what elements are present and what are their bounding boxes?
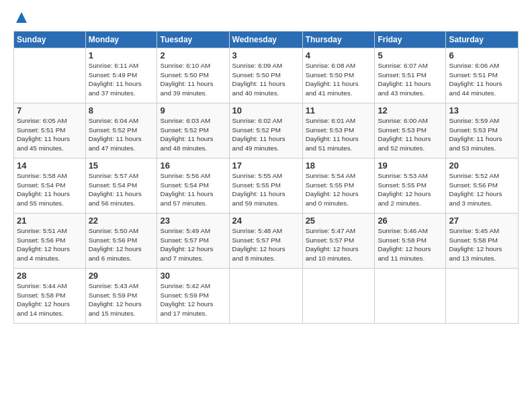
day-number: 30 [160, 271, 226, 281]
calendar-cell: 14Sunrise: 5:58 AM Sunset: 5:54 PM Dayli… [14, 158, 86, 214]
header [13, 11, 519, 24]
day-info: Sunrise: 6:01 AM Sunset: 5:53 PM Dayligh… [306, 116, 372, 153]
day-number: 22 [89, 216, 154, 226]
day-number: 14 [17, 161, 83, 171]
day-info: Sunrise: 5:58 AM Sunset: 5:54 PM Dayligh… [17, 171, 83, 208]
day-number: 20 [449, 161, 515, 171]
day-info: Sunrise: 6:00 AM Sunset: 5:53 PM Dayligh… [378, 116, 443, 153]
day-number: 7 [17, 105, 83, 116]
day-info: Sunrise: 6:04 AM Sunset: 5:52 PM Dayligh… [89, 116, 154, 153]
svg-marker-0 [16, 12, 27, 23]
day-number: 16 [160, 161, 226, 171]
day-number: 21 [17, 216, 83, 226]
week-row-2: 7Sunrise: 6:05 AM Sunset: 5:51 PM Daylig… [14, 103, 519, 158]
calendar-cell: 2Sunrise: 6:10 AM Sunset: 5:50 PM Daylig… [157, 48, 229, 103]
day-info: Sunrise: 5:56 AM Sunset: 5:54 PM Dayligh… [160, 171, 226, 208]
calendar-cell: 9Sunrise: 6:03 AM Sunset: 5:52 PM Daylig… [157, 103, 229, 158]
calendar-cell: 22Sunrise: 5:50 AM Sunset: 5:56 PM Dayli… [85, 214, 157, 269]
day-header-wednesday: Wednesday [229, 32, 302, 48]
calendar-cell: 15Sunrise: 5:57 AM Sunset: 5:54 PM Dayli… [85, 158, 157, 214]
day-number: 17 [232, 161, 300, 171]
week-row-3: 14Sunrise: 5:58 AM Sunset: 5:54 PM Dayli… [14, 158, 519, 214]
calendar-cell: 21Sunrise: 5:51 AM Sunset: 5:56 PM Dayli… [14, 214, 86, 269]
calendar-cell [14, 48, 86, 103]
day-header-saturday: Saturday [446, 32, 519, 48]
day-info: Sunrise: 5:59 AM Sunset: 5:53 PM Dayligh… [449, 116, 515, 153]
day-number: 2 [160, 50, 226, 60]
calendar-cell: 26Sunrise: 5:46 AM Sunset: 5:58 PM Dayli… [375, 214, 446, 269]
day-header-friday: Friday [375, 32, 446, 48]
day-info: Sunrise: 6:06 AM Sunset: 5:51 PM Dayligh… [449, 61, 515, 98]
day-info: Sunrise: 6:08 AM Sunset: 5:50 PM Dayligh… [306, 61, 372, 98]
day-header-tuesday: Tuesday [157, 32, 229, 48]
day-info: Sunrise: 6:10 AM Sunset: 5:50 PM Dayligh… [160, 61, 226, 98]
day-header-thursday: Thursday [302, 32, 375, 48]
calendar-cell: 5Sunrise: 6:07 AM Sunset: 5:51 PM Daylig… [375, 48, 446, 103]
day-number: 6 [449, 50, 515, 60]
day-number: 4 [306, 50, 372, 60]
day-number: 24 [232, 216, 300, 226]
day-number: 15 [89, 161, 154, 171]
calendar-cell: 13Sunrise: 5:59 AM Sunset: 5:53 PM Dayli… [446, 103, 519, 158]
day-header-monday: Monday [85, 32, 157, 48]
calendar-header-row: SundayMondayTuesdayWednesdayThursdayFrid… [14, 32, 519, 48]
day-number: 25 [306, 216, 372, 226]
calendar-cell: 17Sunrise: 5:55 AM Sunset: 5:55 PM Dayli… [229, 158, 302, 214]
calendar-cell [229, 269, 302, 324]
calendar-cell: 18Sunrise: 5:54 AM Sunset: 5:55 PM Dayli… [302, 158, 375, 214]
day-info: Sunrise: 5:42 AM Sunset: 5:59 PM Dayligh… [160, 281, 226, 318]
calendar-cell: 7Sunrise: 6:05 AM Sunset: 5:51 PM Daylig… [14, 103, 86, 158]
day-info: Sunrise: 5:57 AM Sunset: 5:54 PM Dayligh… [89, 171, 154, 208]
calendar-cell: 10Sunrise: 6:02 AM Sunset: 5:52 PM Dayli… [229, 103, 302, 158]
day-number: 26 [378, 216, 443, 226]
calendar-cell [446, 269, 519, 324]
calendar-cell [375, 269, 446, 324]
day-header-sunday: Sunday [14, 32, 86, 48]
day-info: Sunrise: 6:11 AM Sunset: 5:49 PM Dayligh… [89, 61, 154, 98]
day-number: 11 [306, 105, 372, 116]
day-info: Sunrise: 5:49 AM Sunset: 5:57 PM Dayligh… [160, 226, 226, 263]
calendar-cell [302, 269, 375, 324]
logo-icon [15, 11, 28, 24]
day-info: Sunrise: 5:54 AM Sunset: 5:55 PM Dayligh… [306, 171, 372, 208]
calendar-cell: 1Sunrise: 6:11 AM Sunset: 5:49 PM Daylig… [85, 48, 157, 103]
calendar-cell: 16Sunrise: 5:56 AM Sunset: 5:54 PM Dayli… [157, 158, 229, 214]
calendar-cell: 30Sunrise: 5:42 AM Sunset: 5:59 PM Dayli… [157, 269, 229, 324]
day-info: Sunrise: 5:53 AM Sunset: 5:55 PM Dayligh… [378, 171, 443, 208]
day-info: Sunrise: 5:48 AM Sunset: 5:57 PM Dayligh… [232, 226, 300, 263]
day-number: 9 [160, 105, 226, 116]
day-info: Sunrise: 6:07 AM Sunset: 5:51 PM Dayligh… [378, 61, 443, 98]
week-row-1: 1Sunrise: 6:11 AM Sunset: 5:49 PM Daylig… [14, 48, 519, 103]
day-info: Sunrise: 5:44 AM Sunset: 5:58 PM Dayligh… [17, 281, 83, 318]
day-info: Sunrise: 6:03 AM Sunset: 5:52 PM Dayligh… [160, 116, 226, 153]
day-number: 18 [306, 161, 372, 171]
calendar-cell: 28Sunrise: 5:44 AM Sunset: 5:58 PM Dayli… [14, 269, 86, 324]
day-number: 13 [449, 105, 515, 116]
day-info: Sunrise: 6:05 AM Sunset: 5:51 PM Dayligh… [17, 116, 83, 153]
day-number: 3 [232, 50, 300, 60]
calendar-cell: 20Sunrise: 5:52 AM Sunset: 5:56 PM Dayli… [446, 158, 519, 214]
calendar-cell: 3Sunrise: 6:09 AM Sunset: 5:50 PM Daylig… [229, 48, 302, 103]
day-number: 10 [232, 105, 300, 116]
calendar-cell: 29Sunrise: 5:43 AM Sunset: 5:59 PM Dayli… [85, 269, 157, 324]
day-number: 12 [378, 105, 443, 116]
day-info: Sunrise: 6:09 AM Sunset: 5:50 PM Dayligh… [232, 61, 300, 98]
day-number: 29 [89, 271, 154, 281]
day-info: Sunrise: 5:51 AM Sunset: 5:56 PM Dayligh… [17, 226, 83, 263]
calendar-cell: 4Sunrise: 6:08 AM Sunset: 5:50 PM Daylig… [302, 48, 375, 103]
logo [13, 11, 28, 24]
day-number: 19 [378, 161, 443, 171]
calendar-cell: 6Sunrise: 6:06 AM Sunset: 5:51 PM Daylig… [446, 48, 519, 103]
calendar-cell: 27Sunrise: 5:45 AM Sunset: 5:58 PM Dayli… [446, 214, 519, 269]
day-info: Sunrise: 5:47 AM Sunset: 5:57 PM Dayligh… [306, 226, 372, 263]
week-row-5: 28Sunrise: 5:44 AM Sunset: 5:58 PM Dayli… [14, 269, 519, 324]
calendar-cell: 8Sunrise: 6:04 AM Sunset: 5:52 PM Daylig… [85, 103, 157, 158]
calendar-cell: 12Sunrise: 6:00 AM Sunset: 5:53 PM Dayli… [375, 103, 446, 158]
calendar-cell: 24Sunrise: 5:48 AM Sunset: 5:57 PM Dayli… [229, 214, 302, 269]
calendar-table: SundayMondayTuesdayWednesdayThursdayFrid… [13, 31, 519, 324]
calendar-cell: 19Sunrise: 5:53 AM Sunset: 5:55 PM Dayli… [375, 158, 446, 214]
day-info: Sunrise: 5:55 AM Sunset: 5:55 PM Dayligh… [232, 171, 300, 208]
day-info: Sunrise: 5:45 AM Sunset: 5:58 PM Dayligh… [449, 226, 515, 263]
week-row-4: 21Sunrise: 5:51 AM Sunset: 5:56 PM Dayli… [14, 214, 519, 269]
day-number: 28 [17, 271, 83, 281]
